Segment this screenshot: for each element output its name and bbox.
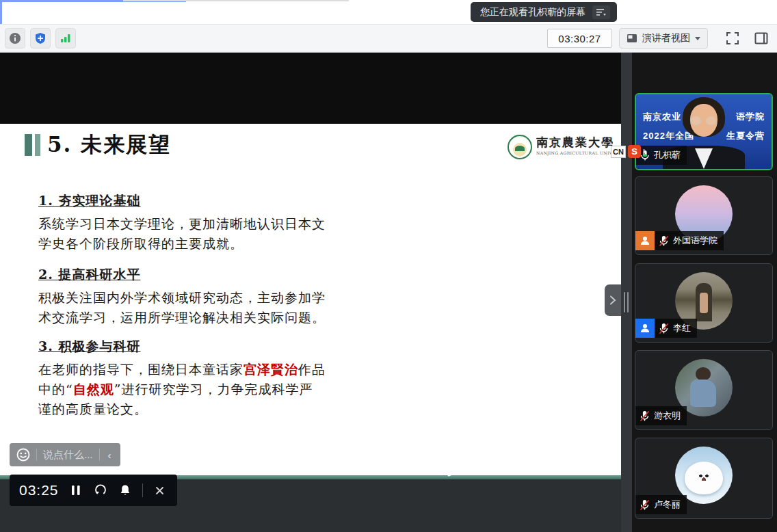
speaker-view-icon: [627, 34, 637, 43]
emoji-icon[interactable]: [16, 448, 30, 462]
participant-name: 李红: [673, 322, 691, 334]
window-focus-line-left: [0, 0, 2, 24]
mic-muted-icon: [640, 499, 650, 511]
highlight-miyazawa-kenji: 宫泽賢治: [243, 362, 298, 377]
meeting-window: 您正在观看孔枳蕲的屏幕: [0, 0, 777, 532]
presentation-slide: 5. 未来展望 南京農業大學 NANJING AGRICULTURAL UNIV…: [0, 124, 621, 475]
section-3-line-3: 谨的高质量论文。: [38, 399, 339, 419]
sidebar-collapse-button[interactable]: [605, 284, 621, 316]
slide-title: 5. 未来展望: [47, 131, 171, 159]
meeting-timer: 03:30:27: [547, 29, 612, 48]
security-button[interactable]: [30, 28, 51, 49]
participants-sidebar: 南京农业 语学院 2022年全国 生夏令营: [632, 53, 777, 532]
banner-text-1-left: 南京农业: [643, 111, 681, 123]
toolbar: 03:30:27 演讲者视图: [0, 24, 777, 53]
participant-name: 外国语学院: [673, 235, 717, 247]
cohost-badge-icon: [635, 319, 655, 338]
section-1-line-2: 学史各个阶段所取得的主要成就。: [38, 234, 339, 254]
slide-section-2: 2. 提高科研水平 积极关注国内外学术领域研究动态，主动参加学 术交流学习，运用…: [38, 266, 339, 328]
side-panel-icon: [754, 32, 768, 44]
section-2-line-2: 术交流学习，运用所学理论解决相关实际问题。: [38, 308, 339, 328]
title-accent-bar-2: [35, 134, 40, 156]
title-accent-bar: [25, 134, 32, 156]
speaker-silhouette-head: [677, 97, 730, 148]
recording-bar: 03:25: [10, 475, 177, 506]
slide-section-3: 3. 积极参与科研 在老师的指导下，围绕日本童话家宫泽賢治作品 中的“自然观”进…: [38, 338, 339, 419]
university-name-en: NANJING AGRICULTURAL UNIV: [536, 150, 614, 155]
ime-engine-icon[interactable]: S: [628, 145, 641, 158]
participant-tile[interactable]: 外国语学院: [635, 176, 773, 255]
recording-divider: [142, 483, 143, 497]
titlebar-divider: [123, 0, 349, 1]
chat-divider: [36, 449, 37, 461]
mic-muted-icon: [659, 235, 669, 247]
chevron-down-icon: [695, 37, 700, 40]
bell-icon: [120, 484, 131, 496]
sidebar-divider: [621, 53, 632, 532]
info-icon: [9, 32, 21, 44]
slide-section-1: 1. 夯实理论基础 系统学习日本文学理论，更加清晰地认识日本文 学史各个阶段所取…: [38, 192, 339, 254]
chat-divider-2: [99, 449, 100, 461]
mic-muted-icon: [659, 323, 669, 334]
mic-muted-icon: [640, 410, 650, 422]
participant-tile-speaker[interactable]: 南京农业 语学院 2022年全国 生夏令营: [635, 93, 773, 170]
view-mode-label: 演讲者视图: [642, 32, 690, 44]
ime-more-dots[interactable]: [643, 149, 645, 155]
chat-input-placeholder[interactable]: 说点什么...: [43, 449, 93, 462]
watching-banner: 您正在观看孔枳蕲的屏幕: [471, 2, 617, 22]
notification-button[interactable]: [118, 483, 133, 498]
slide-title-block: 5. 未来展望: [25, 131, 171, 159]
pause-icon: [71, 485, 81, 496]
participant-name: 卢冬丽: [654, 498, 681, 511]
fullscreen-button[interactable]: [723, 29, 742, 47]
section-2-line-1: 积极关注国内外学术领域研究动态，主动参加学: [38, 288, 339, 308]
banner-text-2-right: 生夏令营: [726, 130, 765, 142]
banner-menu-button[interactable]: [592, 5, 610, 19]
restart-recording-button[interactable]: [93, 483, 108, 498]
university-seal-icon: [508, 135, 532, 159]
section-3-heading: 3. 积极参与科研: [38, 338, 339, 356]
pause-recording-button[interactable]: [68, 483, 83, 498]
meeting-info-button[interactable]: [5, 28, 25, 49]
section-3-line-2: 中的“自然观”进行研究学习，力争完成科学严: [38, 380, 339, 399]
participant-name: 孔枳蕲: [654, 149, 681, 161]
titlebar: 您正在观看孔枳蕲的屏幕: [0, 0, 777, 24]
meeting-timer-text: 03:30:27: [558, 33, 601, 44]
sidebar-drag-handle[interactable]: [624, 292, 629, 312]
section-1-heading: 1. 夯实理论基础: [38, 192, 339, 210]
banner-text-1-right: 语学院: [736, 111, 765, 123]
network-quality-button[interactable]: [55, 28, 76, 49]
university-name-cn: 南京農業大學: [536, 135, 614, 150]
restart-icon: [94, 484, 107, 496]
participant-tile[interactable]: 李红: [635, 263, 773, 343]
close-icon: [155, 486, 164, 495]
shield-icon: [34, 32, 47, 44]
chevron-right-icon: [609, 295, 616, 305]
participant-name: 游衣明: [654, 410, 681, 422]
section-1-line-1: 系统学习日本文学理论，更加清晰地认识日本文: [38, 214, 339, 234]
close-recording-bar-button[interactable]: [153, 483, 168, 498]
participant-tile[interactable]: 游衣明: [635, 350, 773, 430]
ime-language-badge[interactable]: CN: [611, 146, 626, 158]
university-logo: 南京農業大學 NANJING AGRICULTURAL UNIV: [508, 135, 614, 159]
ime-indicator[interactable]: CN S: [611, 145, 645, 158]
shared-screen-stage: 5. 未来展望 南京農業大學 NANJING AGRICULTURAL UNIV…: [0, 53, 621, 532]
chat-quick-bar[interactable]: 说点什么... ‹: [10, 443, 120, 466]
recording-time: 03:25: [19, 482, 59, 498]
highlight-nature-view: 自然观: [73, 382, 114, 397]
view-mode-dropdown[interactable]: 演讲者视图: [619, 28, 708, 49]
host-badge-icon: [635, 231, 655, 250]
fullscreen-icon: [726, 31, 739, 45]
signal-bars-icon: [60, 33, 72, 44]
slide-arc-decoration: [446, 462, 477, 477]
watching-banner-text: 您正在观看孔枳蕲的屏幕: [480, 6, 585, 18]
list-menu-icon: [596, 8, 607, 16]
section-3-line-1: 在老师的指导下，围绕日本童话家宫泽賢治作品: [38, 360, 339, 380]
section-2-heading: 2. 提高科研水平: [38, 266, 339, 284]
side-panel-toggle-button[interactable]: [752, 29, 771, 47]
participant-tile[interactable]: 卢冬丽: [635, 438, 773, 519]
chat-collapse-icon[interactable]: ‹: [106, 449, 114, 461]
